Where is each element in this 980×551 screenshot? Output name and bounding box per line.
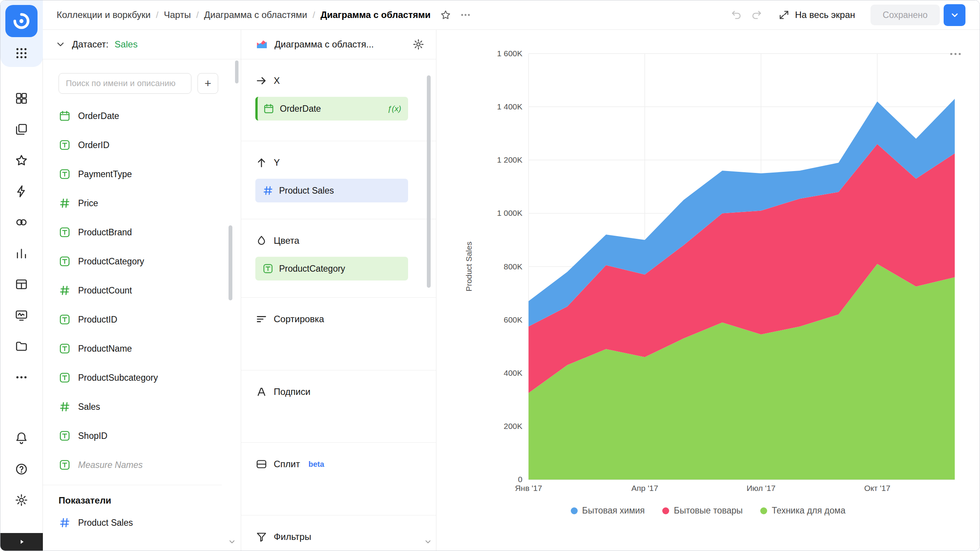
settings-gear-icon[interactable] — [14, 492, 29, 508]
legend-item[interactable]: Бытовая химия — [571, 505, 645, 516]
chart-config-header: Диаграмма с областя... — [241, 30, 436, 59]
dataset-name-link[interactable]: Sales — [114, 39, 137, 50]
logo-swirl-icon — [11, 11, 31, 31]
sidebar-expand-button[interactable] — [0, 533, 43, 551]
notifications-bell-icon[interactable] — [14, 430, 29, 446]
field-item[interactable]: Sales — [43, 392, 241, 421]
legend-item[interactable]: Бытовые товары — [662, 505, 743, 516]
svg-text:Product Sales: Product Sales — [464, 241, 473, 291]
area-chart-type-icon — [255, 38, 268, 51]
string-field-icon — [59, 372, 71, 384]
date-field-icon — [59, 110, 71, 122]
field-name: ShopID — [78, 431, 108, 441]
breadcrumb-separator: / — [150, 10, 164, 20]
redo-icon — [751, 9, 762, 21]
dashboards-icon[interactable] — [14, 91, 29, 106]
datasets-icon[interactable] — [14, 277, 29, 292]
field-item[interactable]: ProductCount — [43, 276, 241, 305]
undo-button[interactable] — [731, 9, 742, 21]
favorite-star-button[interactable] — [440, 9, 451, 21]
colors-field-name: ProductCategory — [279, 264, 345, 274]
measure-item[interactable]: Product Sales — [43, 508, 241, 537]
legend-color-dot — [760, 507, 767, 514]
labels-a-icon — [255, 386, 268, 398]
field-name: ProductSubcategory — [78, 373, 158, 383]
field-item[interactable]: OrderID — [43, 130, 241, 160]
legend-color-dot — [571, 507, 578, 514]
field-list-scrollbar-thumb[interactable] — [229, 225, 232, 300]
svg-text:Окт '17: Окт '17 — [864, 484, 890, 492]
field-item[interactable]: ProductID — [43, 305, 241, 334]
x-field-pill[interactable]: OrderDate ƒ(x) — [255, 97, 408, 121]
connections-icon[interactable] — [14, 184, 29, 199]
string-field-icon — [59, 342, 71, 355]
breadcrumb-separator: / — [191, 10, 204, 20]
section-colors-label-row: Цвета — [255, 235, 436, 247]
sidebar-nav — [14, 91, 29, 385]
field-item[interactable]: ProductCategory — [43, 247, 241, 276]
add-field-button[interactable]: + — [198, 73, 218, 94]
more-actions-button[interactable] — [460, 9, 471, 21]
breadcrumb-item[interactable]: Диаграмма с областями — [320, 10, 431, 20]
legend-color-dot — [662, 507, 669, 514]
favorites-icon[interactable] — [14, 153, 29, 168]
monitoring-icon[interactable] — [14, 308, 29, 323]
fullscreen-label: На весь экран — [795, 10, 855, 20]
panel-scrollbar-thumb[interactable] — [235, 60, 238, 83]
storage-icon[interactable] — [14, 339, 29, 354]
svg-text:Апр '17: Апр '17 — [631, 484, 658, 492]
datalens-logo[interactable] — [5, 5, 38, 37]
help-icon[interactable] — [14, 461, 29, 477]
fullscreen-button[interactable]: На весь экран — [778, 9, 855, 21]
field-item[interactable]: OrderDate — [43, 101, 241, 130]
field-name: OrderID — [78, 140, 109, 150]
string-field-icon — [59, 139, 71, 151]
section-labels-label: Подписи — [274, 386, 310, 397]
play-triangle-icon — [18, 538, 25, 545]
legend-label: Техника для дома — [772, 505, 845, 516]
field-search-row: + — [59, 73, 218, 94]
config-scrollbar-thumb[interactable] — [427, 75, 431, 288]
field-item[interactable]: ProductBrand — [43, 218, 241, 247]
section-colors: Цвета ProductCategory — [241, 219, 436, 298]
breadcrumb-item[interactable]: Коллекции и воркбуки — [57, 10, 150, 20]
breadcrumb-item[interactable]: Диаграмма с областями — [204, 10, 307, 20]
section-x: X OrderDate ƒ(x) — [241, 59, 436, 141]
field-name: ProductCount — [78, 285, 132, 296]
undo-icon — [731, 9, 742, 21]
collections-icon[interactable] — [14, 122, 29, 137]
more-icon[interactable] — [14, 370, 29, 385]
app-root: Коллекции и воркбуки/Чарты/Диаграмма с о… — [0, 0, 980, 551]
logo-area — [0, 0, 43, 67]
charts-icon[interactable] — [14, 246, 29, 261]
field-list: OrderDateOrderIDPaymentTypePriceProductB… — [43, 101, 241, 479]
field-item[interactable]: ShopID — [43, 421, 241, 450]
field-item[interactable]: ProductSubcategory — [43, 363, 241, 392]
breadcrumb-item[interactable]: Чарты — [164, 10, 191, 20]
field-item[interactable]: Price — [43, 189, 241, 218]
scroll-down-chevron-icon[interactable] — [228, 538, 236, 548]
y-field-pill[interactable]: Product Sales — [255, 179, 408, 202]
redo-button[interactable] — [751, 9, 762, 21]
field-item[interactable]: PaymentType — [43, 160, 241, 189]
search-input[interactable] — [59, 73, 191, 94]
scroll-down-chevron-icon[interactable] — [424, 538, 432, 548]
dataset-collapse-button[interactable] — [55, 39, 66, 50]
section-filters: Фильтры — [241, 515, 436, 551]
field-item[interactable]: Measure Names — [43, 450, 241, 479]
chart-menu-button[interactable] — [949, 51, 962, 58]
legend-item[interactable]: Техника для дома — [760, 505, 845, 516]
section-labels: Подписи — [241, 370, 436, 443]
number-field-icon — [59, 284, 71, 297]
chart-type-title[interactable]: Диаграмма с областя... — [274, 39, 406, 50]
field-item[interactable]: ProductName — [43, 334, 241, 363]
save-menu-button[interactable] — [944, 4, 965, 26]
date-field-icon — [263, 103, 274, 114]
field-name: ProductID — [78, 315, 117, 325]
string-field-icon — [59, 255, 71, 267]
apps-grid-icon[interactable] — [14, 46, 29, 61]
saved-button[interactable]: Сохранено — [871, 5, 940, 25]
services-icon[interactable] — [14, 215, 29, 230]
colors-field-pill[interactable]: ProductCategory — [255, 257, 408, 280]
chart-settings-button[interactable] — [412, 38, 425, 51]
